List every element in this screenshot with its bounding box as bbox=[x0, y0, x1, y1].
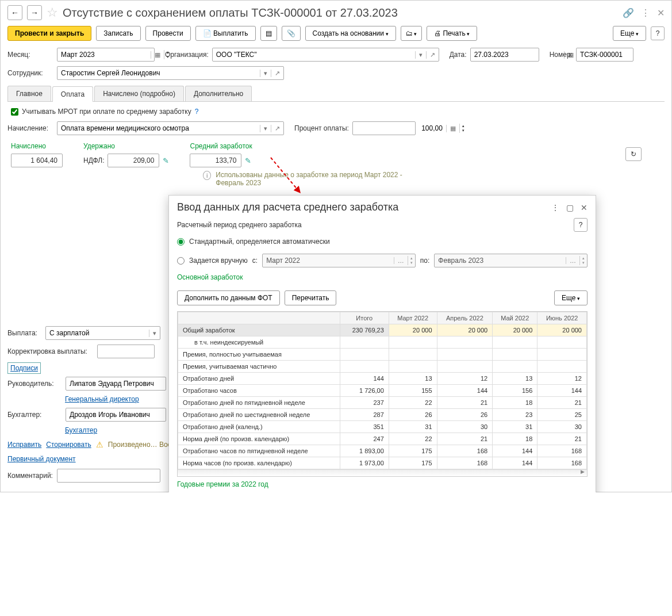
fix-link[interactable]: Исправить bbox=[7, 441, 41, 449]
period-std-label: Стандартный, определяется автоматически bbox=[189, 238, 330, 246]
table-row[interactable]: Общий заработок230 769,2320 00020 00020 … bbox=[178, 324, 587, 336]
mgr-input[interactable] bbox=[66, 377, 166, 391]
edit-ndfl-icon[interactable]: ✎ bbox=[163, 156, 169, 165]
kebab-icon[interactable]: ⋮ bbox=[641, 7, 650, 18]
payout-label: Выплата: bbox=[7, 329, 42, 337]
mrot-checkbox[interactable] bbox=[11, 108, 18, 116]
col-header[interactable] bbox=[178, 312, 340, 324]
open-icon[interactable]: ↗ bbox=[271, 125, 283, 132]
bonus-header: Годовые премии за 2022 год bbox=[177, 480, 587, 488]
table-row[interactable]: Премия, учитываемая частично bbox=[178, 361, 587, 373]
favorite-star-icon[interactable]: ☆ bbox=[47, 5, 58, 20]
table-row[interactable]: Отработано дней14413121312 bbox=[178, 373, 587, 385]
payout-input[interactable]: ▾ bbox=[45, 326, 160, 340]
warning-icon: ⚠ bbox=[96, 440, 103, 449]
nav-back-button[interactable]: ← bbox=[7, 5, 22, 20]
withheld-header: Удержано bbox=[83, 142, 169, 150]
dropdown-icon[interactable]: ▾ bbox=[149, 330, 160, 337]
tab-additional[interactable]: Дополнительно bbox=[185, 86, 252, 101]
dropdown-icon[interactable]: ▾ bbox=[415, 51, 426, 59]
storno-link[interactable]: Сторнировать bbox=[46, 441, 91, 449]
horiz-scrollbar[interactable] bbox=[178, 469, 587, 476]
org-input[interactable]: ▾ ↗ bbox=[212, 48, 439, 62]
tab-payment[interactable]: Оплата bbox=[52, 86, 93, 102]
nav-forward-button[interactable]: → bbox=[27, 5, 42, 20]
primary-doc-link[interactable]: Первичный документ bbox=[7, 455, 76, 463]
earnings-table[interactable]: ИтогоМарт 2022Апрель 2022Май 2022Июнь 20… bbox=[177, 311, 587, 477]
date-input[interactable]: ▦ bbox=[470, 48, 539, 62]
report-button[interactable]: ▤ bbox=[260, 26, 277, 41]
close-icon[interactable]: ✕ bbox=[657, 7, 665, 18]
create-from-button[interactable]: Создать на основании bbox=[305, 26, 396, 41]
dropdown-icon[interactable]: ▾ bbox=[260, 70, 271, 77]
accrued-value: 1 604,40 bbox=[11, 154, 63, 167]
tab-accrued-detail[interactable]: Начислено (подробно) bbox=[94, 86, 184, 101]
table-row[interactable]: Норма дней (по произв. календарю)2472221… bbox=[178, 433, 587, 445]
refresh-button[interactable]: ↻ bbox=[625, 147, 642, 161]
month-input[interactable]: ▦ ▴▾ bbox=[57, 48, 155, 62]
open-icon[interactable]: ↗ bbox=[271, 70, 283, 77]
post-and-close-button[interactable]: Провести и закрыть bbox=[7, 26, 91, 41]
table-row[interactable]: Отработано дней по пятидневной неделе237… bbox=[178, 397, 587, 409]
number-label: Номер: bbox=[550, 51, 573, 59]
col-header[interactable]: Июнь 2022 bbox=[537, 312, 587, 324]
table-row[interactable]: Отработано часов1 726,00155144156144 bbox=[178, 385, 587, 397]
dlg-close-icon[interactable]: ✕ bbox=[581, 203, 587, 212]
dlg-more-button[interactable]: Еще bbox=[554, 290, 587, 305]
col-header[interactable]: Май 2022 bbox=[493, 312, 537, 324]
table-row[interactable]: Норма часов (по произв. календарю)1 973,… bbox=[178, 457, 587, 469]
add-fot-button[interactable]: Дополнить по данным ФОТ bbox=[177, 290, 280, 305]
main-window: ← → ☆ Отсутствие с сохранением оплаты ТС… bbox=[0, 0, 672, 492]
employee-label: Сотрудник: bbox=[7, 69, 53, 77]
acc-label: Бухгалтер: bbox=[7, 411, 62, 419]
link-icon[interactable]: 🔗 bbox=[623, 7, 634, 18]
related-button[interactable]: 🗂 bbox=[401, 26, 423, 41]
comment-input[interactable] bbox=[57, 469, 160, 483]
acc-input[interactable] bbox=[66, 408, 166, 422]
help-button[interactable]: ? bbox=[651, 26, 665, 40]
period-manual-radio[interactable] bbox=[177, 257, 185, 265]
calc-summary: Начислено 1 604,40 Удержано НДФЛ: 209,00… bbox=[11, 142, 665, 167]
mgr-pos-link[interactable]: Генеральный директор bbox=[65, 395, 139, 403]
dlg-maximize-icon[interactable]: ▢ bbox=[566, 203, 574, 212]
percent-input[interactable]: ▦ ▴▾ bbox=[352, 121, 416, 135]
accrued-header: Начислено bbox=[11, 142, 63, 150]
tab-main[interactable]: Главное bbox=[7, 86, 51, 101]
attach-button[interactable]: 📎 bbox=[282, 26, 301, 41]
number-input[interactable] bbox=[576, 48, 633, 62]
accrual-input[interactable]: ▾ ↗ bbox=[57, 121, 284, 135]
col-header[interactable]: Март 2022 bbox=[389, 312, 437, 324]
ndfl-label: НДФЛ: bbox=[83, 156, 104, 164]
dlg-help-button[interactable]: ? bbox=[574, 218, 587, 232]
main-toolbar: Провести и закрыть Записать Провести 📄 В… bbox=[7, 26, 665, 41]
acc-pos-link[interactable]: Бухгалтер bbox=[65, 426, 97, 434]
col-header[interactable]: Апрель 2022 bbox=[437, 312, 493, 324]
window-title: Отсутствие с сохранением оплаты ТСЗК-000… bbox=[63, 6, 618, 20]
recalc-button[interactable]: Перечитать bbox=[285, 290, 337, 305]
comment-label: Комментарий: bbox=[7, 472, 53, 480]
table-row[interactable]: Премия, полностью учитываемая bbox=[178, 349, 587, 361]
mgr-label: Руководитель: bbox=[7, 380, 62, 388]
period-std-radio[interactable] bbox=[177, 238, 185, 246]
more-button[interactable]: Еще bbox=[613, 26, 646, 41]
open-icon[interactable]: ↗ bbox=[426, 51, 439, 59]
table-row[interactable]: Отработано часов по пятидневной неделе1 … bbox=[178, 445, 587, 457]
post-button[interactable]: Провести bbox=[145, 26, 191, 41]
corr-label: Корректировка выплаты: bbox=[7, 347, 94, 355]
dlg-kebab-icon[interactable]: ⋮ bbox=[551, 203, 559, 212]
save-button[interactable]: Записать bbox=[96, 26, 140, 41]
calendar-icon[interactable]: ▦ bbox=[151, 51, 164, 59]
corr-input[interactable] bbox=[97, 345, 155, 358]
signatures-link[interactable]: Подписи bbox=[7, 362, 41, 374]
table-row[interactable]: Отработано дней по шестидневной неделе28… bbox=[178, 409, 587, 421]
col-header[interactable]: Итого bbox=[340, 312, 389, 324]
edit-avg-icon[interactable]: ✎ bbox=[245, 156, 251, 165]
table-row[interactable]: Отработано дней (календ.)35131303130 bbox=[178, 421, 587, 433]
employee-input[interactable]: ▾ ↗ bbox=[57, 66, 284, 80]
print-button[interactable]: 🖨 Печать bbox=[427, 26, 477, 41]
calc-icon[interactable]: ▦ bbox=[446, 125, 459, 132]
table-row[interactable]: в т.ч. неиндексируемый bbox=[178, 336, 587, 349]
dropdown-icon[interactable]: ▾ bbox=[260, 125, 271, 132]
mrot-help-icon[interactable]: ? bbox=[195, 108, 199, 116]
pay-button[interactable]: 📄 Выплатить bbox=[195, 26, 256, 41]
